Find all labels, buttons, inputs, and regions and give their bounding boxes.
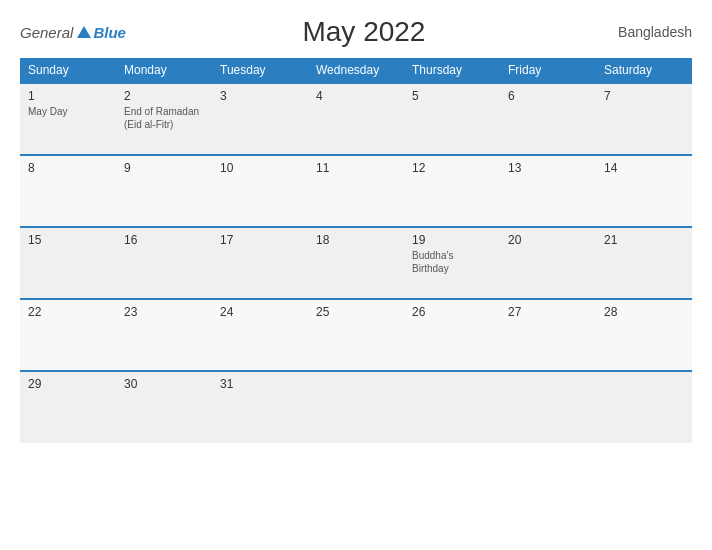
day-number: 9	[124, 161, 204, 175]
calendar-cell: 22	[20, 299, 116, 371]
calendar-cell	[308, 371, 404, 443]
holiday-label: May Day	[28, 105, 108, 118]
day-number: 18	[316, 233, 396, 247]
country-label: Bangladesh	[602, 24, 692, 40]
day-number: 22	[28, 305, 108, 319]
day-number: 20	[508, 233, 588, 247]
day-number: 2	[124, 89, 204, 103]
logo-triangle-icon	[77, 26, 91, 38]
calendar-cell: 26	[404, 299, 500, 371]
day-number: 30	[124, 377, 204, 391]
day-number: 13	[508, 161, 588, 175]
calendar-table: Sunday Monday Tuesday Wednesday Thursday…	[20, 58, 692, 443]
calendar-week-row: 891011121314	[20, 155, 692, 227]
day-number: 28	[604, 305, 684, 319]
calendar-cell: 29	[20, 371, 116, 443]
col-tuesday: Tuesday	[212, 58, 308, 83]
day-number: 12	[412, 161, 492, 175]
day-number: 11	[316, 161, 396, 175]
calendar-cell: 8	[20, 155, 116, 227]
calendar-cell: 20	[500, 227, 596, 299]
calendar-cell	[596, 371, 692, 443]
calendar-cell: 25	[308, 299, 404, 371]
logo-blue: Blue	[93, 24, 126, 41]
calendar-cell: 15	[20, 227, 116, 299]
day-number: 14	[604, 161, 684, 175]
day-number: 3	[220, 89, 300, 103]
calendar-cell: 10	[212, 155, 308, 227]
day-number: 4	[316, 89, 396, 103]
calendar-cell: 12	[404, 155, 500, 227]
col-sunday: Sunday	[20, 58, 116, 83]
calendar-week-row: 22232425262728	[20, 299, 692, 371]
calendar-cell: 19Buddha's Birthday	[404, 227, 500, 299]
day-number: 1	[28, 89, 108, 103]
calendar-cell: 16	[116, 227, 212, 299]
day-number: 10	[220, 161, 300, 175]
day-number: 16	[124, 233, 204, 247]
calendar-cell: 14	[596, 155, 692, 227]
day-number: 19	[412, 233, 492, 247]
calendar-cell: 5	[404, 83, 500, 155]
day-number: 15	[28, 233, 108, 247]
calendar-cell: 6	[500, 83, 596, 155]
calendar-cell: 17	[212, 227, 308, 299]
calendar-cell	[500, 371, 596, 443]
col-wednesday: Wednesday	[308, 58, 404, 83]
calendar-cell: 18	[308, 227, 404, 299]
calendar-cell	[404, 371, 500, 443]
calendar-cell: 13	[500, 155, 596, 227]
calendar-cell: 1May Day	[20, 83, 116, 155]
col-monday: Monday	[116, 58, 212, 83]
calendar-week-row: 1516171819Buddha's Birthday2021	[20, 227, 692, 299]
calendar-cell: 9	[116, 155, 212, 227]
calendar-week-row: 1May Day2End of Ramadan (Eid al-Fitr)345…	[20, 83, 692, 155]
calendar-cell: 27	[500, 299, 596, 371]
day-number: 7	[604, 89, 684, 103]
day-number: 21	[604, 233, 684, 247]
day-number: 6	[508, 89, 588, 103]
calendar-cell: 4	[308, 83, 404, 155]
calendar-page: General Blue May 2022 Bangladesh Sunday …	[0, 0, 712, 550]
calendar-cell: 30	[116, 371, 212, 443]
calendar-cell: 24	[212, 299, 308, 371]
col-friday: Friday	[500, 58, 596, 83]
calendar-cell: 11	[308, 155, 404, 227]
calendar-cell: 3	[212, 83, 308, 155]
calendar-cell: 28	[596, 299, 692, 371]
day-number: 26	[412, 305, 492, 319]
day-number: 24	[220, 305, 300, 319]
calendar-cell: 21	[596, 227, 692, 299]
col-saturday: Saturday	[596, 58, 692, 83]
header: General Blue May 2022 Bangladesh	[20, 16, 692, 48]
day-number: 31	[220, 377, 300, 391]
month-title: May 2022	[126, 16, 602, 48]
day-number: 23	[124, 305, 204, 319]
day-number: 27	[508, 305, 588, 319]
day-number: 5	[412, 89, 492, 103]
logo-general: General	[20, 24, 73, 41]
holiday-label: Buddha's Birthday	[412, 249, 492, 275]
calendar-header-row: Sunday Monday Tuesday Wednesday Thursday…	[20, 58, 692, 83]
day-number: 25	[316, 305, 396, 319]
holiday-label: End of Ramadan (Eid al-Fitr)	[124, 105, 204, 131]
calendar-cell: 31	[212, 371, 308, 443]
calendar-week-row: 293031	[20, 371, 692, 443]
day-number: 17	[220, 233, 300, 247]
logo: General Blue	[20, 24, 126, 41]
col-thursday: Thursday	[404, 58, 500, 83]
calendar-cell: 7	[596, 83, 692, 155]
calendar-cell: 2End of Ramadan (Eid al-Fitr)	[116, 83, 212, 155]
calendar-cell: 23	[116, 299, 212, 371]
day-number: 29	[28, 377, 108, 391]
day-number: 8	[28, 161, 108, 175]
